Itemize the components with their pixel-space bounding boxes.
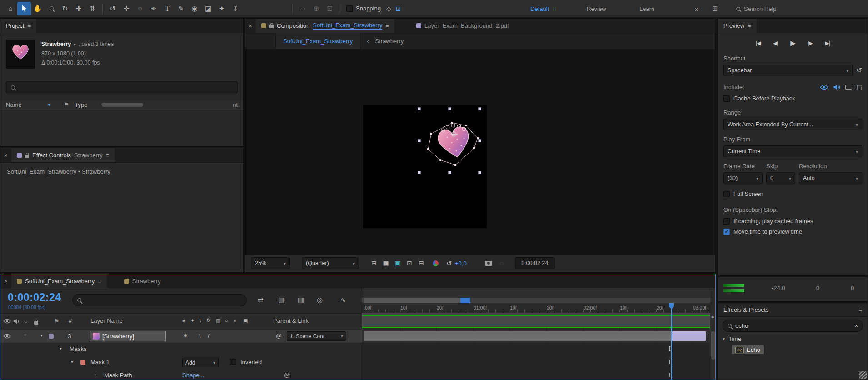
column-name[interactable]: Name [6,101,22,108]
workspace-menu-icon[interactable]: ≡ [553,5,556,12]
previous-frame-button[interactable]: ◀| [769,38,782,49]
workspace-tab-default[interactable]: Default ≡ [530,0,556,17]
close-panel-icon[interactable]: × [0,274,11,288]
workspace-tab-learn[interactable]: Learn [639,0,654,17]
comp-mini-flowchart-icon[interactable]: ⇄ [258,296,264,304]
panel-menu-icon[interactable]: ≡ [98,278,101,285]
orbit-camera-tool-button[interactable]: ↻ [58,2,72,15]
selection-handle[interactable] [478,171,481,174]
transparency-grid-button[interactable]: ▦ [380,258,392,269]
panel-menu-icon[interactable]: ≡ [748,22,751,29]
puppet-pin-tool-button[interactable]: ↧ [229,2,242,15]
local-axis-button[interactable]: ▱ [296,2,309,15]
keyframe-beam-icon[interactable]: I [668,372,671,379]
panel-menu-icon[interactable]: ≡ [27,22,31,29]
layer-row-strawberry[interactable]: ○ ▾ 3 [Strawberry] ✱ \ / @ 1. Scene Cont… [0,330,362,343]
audio-level-value[interactable]: -24,0 [772,285,785,291]
lock-icon[interactable] [269,25,274,28]
frame-rate-select[interactable]: (30) ▾ [723,172,763,184]
mask-inverted-checkbox[interactable] [230,359,236,365]
masks-twirl-icon[interactable]: ▾ [60,346,62,351]
composition-tab[interactable]: Composition SoftUni_Exam_Strawberry ≡ [256,19,394,33]
selection-handle[interactable] [418,139,421,142]
reset-shortcut-icon[interactable]: ↺ [856,66,862,75]
layer-viewer-tab[interactable]: Layer Exam_Background_2.pdf [411,19,514,33]
column-parent-link[interactable]: Parent & Link [273,317,309,324]
playhead-line[interactable] [671,303,672,380]
fx-column-icon[interactable]: fx [207,318,210,323]
effects-presets-title[interactable]: Effects & Presets [723,306,768,313]
channel-select-icon[interactable] [433,260,439,266]
include-overlays-icon[interactable] [845,85,852,90]
pen-tool-button[interactable]: ✒ [147,2,160,15]
timeline-track-area[interactable]: :00f 10f 20f 01:00f 10f 20f 02:00f 10f 2… [362,288,710,380]
clear-search-icon[interactable]: × [854,322,858,329]
graph-editor-icon[interactable]: ∿ [340,296,346,304]
timeline-tab-active[interactable]: SoftUni_Exam_Strawberry ≡ [11,274,107,288]
workspace-switcher-button[interactable]: ⊞ [712,0,718,17]
audio-column-speaker-icon[interactable] [13,319,20,324]
range-select[interactable]: Work Area Extended By Current... ▾ [723,119,862,130]
zoom-tool-button[interactable] [45,2,58,15]
draft-3d-icon[interactable]: ▦ [279,296,285,304]
current-timecode[interactable]: 0:00:02:24 [8,291,61,304]
shortcut-select[interactable]: Spacebar ▾ [723,65,853,76]
3d-column-icon[interactable]: ▣ [243,318,248,324]
mask-mode-select[interactable]: Add ▾ [182,358,219,367]
panel-menu-icon[interactable]: ≡ [106,152,110,159]
workspace-tab-review[interactable]: Review [587,0,606,17]
selection-handle[interactable] [448,107,451,110]
footage-name-dropdown-icon[interactable]: ▾ [74,42,76,47]
mask-twirl-icon[interactable]: ▾ [71,359,73,364]
category-twirl-icon[interactable]: ▾ [723,336,725,341]
horizontal-scrollbar-thumb[interactable] [101,103,143,107]
panel-menu-icon[interactable]: ≡ [385,22,389,29]
resolution-select[interactable]: (Quarter) ▾ [302,257,359,269]
frame-blending-icon[interactable]: ▥ [298,296,304,304]
solo-toggle[interactable]: ○ [24,333,26,337]
eraser-tool-button[interactable]: ◪ [201,2,215,15]
panel-resize-grip[interactable] [859,371,867,379]
include-audio-speaker-icon[interactable] [833,85,841,90]
clone-stamp-tool-button[interactable]: ◉ [188,2,201,15]
column-type[interactable]: Type [75,101,87,108]
world-axis-button[interactable]: ⊕ [309,2,323,15]
selection-handle[interactable] [418,171,421,174]
sampling-toggle[interactable]: / [208,333,210,340]
viewer-back-chevron[interactable]: ‹ [360,33,375,49]
close-panel-icon[interactable]: × [245,19,256,33]
footage-thumbnail[interactable] [6,40,35,69]
full-screen-checkbox[interactable] [723,191,730,197]
pixel-aspect-button[interactable]: ⊟ [415,258,427,269]
close-panel-icon[interactable]: × [0,148,11,162]
mask-1-row[interactable]: ▾ Mask 1 Add ▾ Inverted [0,356,362,369]
frame-blend-column-icon[interactable]: ▥ [216,318,220,324]
mask-path-value-link[interactable]: Shape... [182,372,204,379]
column-hash[interactable]: # [69,317,72,324]
collapse-toggle[interactable]: ✱ [183,333,187,339]
next-frame-button[interactable]: |▶ [804,38,817,49]
label-column-icon[interactable]: ⚑ [64,101,70,108]
show-snapshot-icon[interactable]: ◌ [496,258,508,269]
column-layer-name[interactable]: Layer Name [90,317,123,324]
stopwatch-icon[interactable]: ◔ [93,372,96,378]
grid-guides-button[interactable]: ⊞ [368,258,380,269]
viewer-tab-active[interactable]: SoftUni_Exam_Strawberry [275,33,360,49]
motion-blur-column-icon[interactable]: ○ [225,318,228,323]
home-tool-button[interactable]: ⌂ [4,2,17,15]
cache-before-playback-checkbox[interactable] [723,95,730,102]
pan-behind-tool-button[interactable]: ✛ [120,2,133,15]
layer-duration-bar[interactable] [364,331,706,341]
masks-group-row[interactable]: ▾ Masks [0,343,362,356]
snap-edges-icon[interactable]: ◇ [386,5,391,12]
audio-slider-left-value[interactable]: 0 [816,285,819,291]
parent-pickwhip-icon[interactable]: @ [276,332,282,339]
move-time-checkbox[interactable] [723,229,730,235]
play-button[interactable]: ▶ [787,38,799,49]
quality-column-icon[interactable]: \ [200,318,201,323]
lock-column-icon[interactable] [34,321,38,325]
collapse-column-icon[interactable]: ✦ [190,318,195,324]
selection-handle[interactable] [418,107,421,110]
work-area-segment[interactable] [364,298,460,303]
panel-menu-icon[interactable]: ≡ [858,306,862,313]
